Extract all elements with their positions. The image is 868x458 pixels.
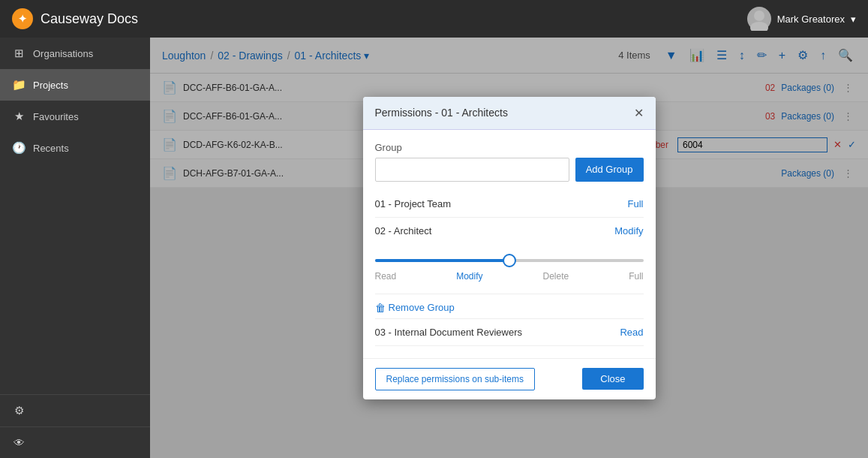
- app-logo: ✦: [12, 8, 33, 29]
- main-area: ⊞ Organisations 📁 Projects ★ Favourites …: [0, 38, 868, 458]
- svg-point-1: [750, 22, 768, 31]
- slider-thumb[interactable]: [503, 254, 516, 267]
- svg-point-0: [754, 11, 764, 21]
- permission-row-1: 02 - Architect Modify: [375, 218, 644, 244]
- permission-row-2: 03 - Internal Document Reviewers Read: [375, 319, 644, 346]
- sidebar-item-label: Recents: [33, 143, 69, 154]
- visibility-icon: 👁: [12, 436, 26, 449]
- user-chevron-icon: ▾: [851, 14, 856, 25]
- group-input-row: Add Group: [375, 158, 644, 182]
- permission-row-1-expanded: 02 - Architect Modify: [375, 218, 644, 319]
- group-form: Group Add Group: [375, 142, 644, 182]
- projects-icon: 📁: [12, 78, 26, 92]
- avatar: [747, 7, 771, 31]
- permission-group-name: 03 - Internal Document Reviewers: [375, 327, 523, 338]
- slider-label-full: Full: [629, 271, 643, 282]
- sidebar-item-settings[interactable]: ⚙: [0, 394, 150, 426]
- app: ✦ Causeway Docs Mark Greatorex ▾ ⊞ Organ…: [0, 0, 868, 458]
- permission-slider-section: Read Modify Delete Full: [375, 244, 644, 294]
- slider-label-modify: Modify: [456, 271, 482, 282]
- modal-overlay: Permissions - 01 - Architects ✕ Group Ad…: [150, 38, 868, 458]
- settings-icon: ⚙: [12, 404, 26, 417]
- modal-close-button[interactable]: ✕: [634, 106, 644, 120]
- sidebar: ⊞ Organisations 📁 Projects ★ Favourites …: [0, 38, 150, 458]
- sidebar-item-recents[interactable]: 🕐 Recents: [0, 132, 150, 164]
- trash-icon: 🗑: [375, 302, 386, 314]
- permission-group-name: 01 - Project Team: [375, 198, 452, 209]
- slider-track: [375, 259, 644, 262]
- group-input[interactable]: [375, 158, 569, 182]
- permission-level-link[interactable]: Modify: [614, 225, 643, 237]
- slider-label-read: Read: [375, 271, 397, 282]
- modal-header: Permissions - 01 - Architects ✕: [363, 97, 656, 130]
- add-group-button[interactable]: Add Group: [575, 158, 644, 182]
- modal-title: Permissions - 01 - Architects: [375, 107, 508, 119]
- slider-filled: [375, 259, 509, 262]
- logo-symbol: ✦: [18, 13, 27, 25]
- topbar: ✦ Causeway Docs Mark Greatorex ▾: [0, 0, 868, 38]
- close-button[interactable]: Close: [582, 368, 643, 390]
- slider-label-delete: Delete: [542, 271, 569, 282]
- user-name: Mark Greatorex: [777, 14, 845, 25]
- group-label: Group: [375, 142, 644, 153]
- replace-permissions-button[interactable]: Replace permissions on sub-items: [375, 368, 535, 390]
- sidebar-item-favourites[interactable]: ★ Favourites: [0, 101, 150, 132]
- organisations-icon: ⊞: [12, 47, 26, 60]
- sidebar-item-label: Projects: [33, 80, 68, 91]
- permissions-modal: Permissions - 01 - Architects ✕ Group Ad…: [363, 97, 656, 399]
- permission-level-link[interactable]: Full: [628, 198, 644, 209]
- sidebar-item-label: Organisations: [33, 48, 93, 59]
- user-menu[interactable]: Mark Greatorex ▾: [747, 7, 856, 31]
- permission-row-0: 01 - Project Team Full: [375, 191, 644, 218]
- sidebar-bottom: ⚙ 👁: [0, 394, 150, 458]
- remove-group-button[interactable]: 🗑 Remove Group: [375, 297, 644, 319]
- remove-group-label: Remove Group: [389, 302, 455, 313]
- favourites-icon: ★: [12, 110, 26, 123]
- permission-group-name: 02 - Architect: [375, 225, 432, 237]
- content-area: Loughton / 02 - Drawings / 01 - Architec…: [150, 38, 868, 458]
- sidebar-item-projects[interactable]: 📁 Projects: [0, 69, 150, 101]
- permission-level-link[interactable]: Read: [620, 327, 643, 338]
- slider-labels: Read Modify Delete Full: [375, 271, 644, 282]
- sidebar-item-organisations[interactable]: ⊞ Organisations: [0, 38, 150, 69]
- modal-footer: Replace permissions on sub-items Close: [363, 358, 656, 399]
- sidebar-item-visibility[interactable]: 👁: [0, 426, 150, 458]
- slider-container[interactable]: Read Modify Delete Full: [375, 259, 644, 288]
- app-title: Causeway Docs: [41, 11, 747, 27]
- modal-body: Group Add Group 01 - Project Team Full: [363, 130, 656, 358]
- sidebar-item-label: Favourites: [33, 111, 79, 122]
- recents-icon: 🕐: [12, 141, 26, 155]
